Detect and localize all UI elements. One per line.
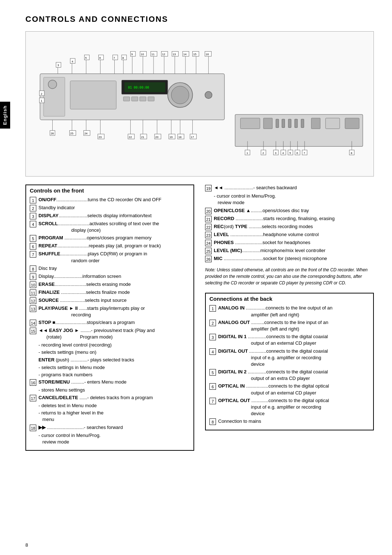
back-connections-title: Connections at the back [209,296,369,302]
svg-text:18: 18 [178,135,181,139]
list-item: 4 SCROLL........................activate… [30,220,190,234]
list-item: 14 STOP ■........................stops/c… [30,319,190,326]
item-number: 8 [30,266,36,272]
item-number: 4 [30,221,36,227]
list-item-indent: - cursor control in Menu/Prog. review mo… [38,432,190,445]
svg-text:21: 21 [141,135,144,139]
item-description: OPEN/CLOSE ▲.........opens/closes disc t… [214,207,374,214]
list-item: 18 ▶▶ ............................- sear… [30,424,190,431]
item-description: PHONES .....................socket for h… [214,239,374,246]
svg-text:3: 3 [275,151,276,155]
page-number: 8 [25,542,28,548]
svg-text:10: 10 [141,53,144,56]
svg-rect-9 [140,97,146,101]
item-number: 6 [30,243,36,250]
note-text: Note: Unless stated otherwise, all contr… [205,267,374,286]
svg-rect-91 [240,118,260,129]
item-description: Display......................information… [38,273,190,280]
item-number: 7 [30,251,36,258]
svg-text:7: 7 [114,56,115,60]
list-item: 8 Disc tray [30,265,190,272]
svg-rect-100 [345,118,359,129]
item-description: ENTER (push) .............- plays select… [38,357,190,363]
item-description: LEVEL (MIC)..............microphone/mix … [214,247,374,254]
item-description: DISPLAY......................selects dis… [38,212,190,219]
list-item: 6 REPEAT........................repeats … [30,243,190,250]
device-diagram: 01 00:00:00 [25,31,374,177]
svg-text:24: 24 [84,132,87,135]
item-description: ERASE........................selects era… [38,281,190,288]
list-item: 15 ◄◄ EASY JOG ► ........- previous/next… [30,327,190,340]
item-number: 20 [205,208,212,214]
svg-text:14: 14 [183,53,187,56]
item-description: STOP ■........................stops/clea… [38,319,190,326]
item-number: 7 [209,398,216,404]
item-description: RECORD .....................starts recor… [214,215,374,222]
svg-text:13: 13 [173,53,176,56]
svg-text:20: 20 [155,135,159,139]
item-number: 25 [205,248,212,254]
list-item-indent: - programs track numbers [38,372,190,378]
list-item: 1 ANALOG IN ...............connects to t… [209,305,369,318]
list-item: 3 DISPLAY......................selects d… [30,212,190,219]
svg-text:4: 4 [72,60,73,63]
item-description: FINALIZE ...................selects fina… [38,289,190,296]
svg-text:17: 17 [191,135,194,139]
item-description: ANALOG IN ...............connects to the… [218,305,369,318]
svg-rect-95 [288,119,291,127]
svg-text:16: 16 [206,53,209,56]
item-description: MIC ..............................socket… [214,255,374,262]
item-description: ◄◄ ......................- searches back… [214,185,374,191]
item-number: 6 [209,383,216,390]
svg-text:6: 6 [99,56,101,60]
item-description: STORE/MENU ..........- enters Menu mode [38,379,190,385]
list-item: 1 ON/OFF........................turns th… [30,197,190,203]
item-number: 5 [30,235,36,242]
svg-text:25: 25 [70,132,73,135]
svg-text:3: 3 [57,64,59,67]
list-item: 10 ERASE........................selects … [30,281,190,288]
list-item: 19 ◄◄ ......................- searches b… [205,185,374,191]
svg-text:15: 15 [193,53,196,56]
svg-text:1: 1 [246,151,248,155]
list-item-indent: - selects settings in Menu mode [38,364,190,371]
item-description: ▶▶ ............................- searche… [38,424,190,431]
item-number: 2 [30,205,36,211]
item-number: 11 [30,289,36,296]
page-title: CONTROLS AND CONNECTIONS [25,15,374,24]
list-item: 13 PLAY/PAUSE ► II ......starts play/int… [30,305,190,318]
list-item: 11 FINALIZE ...................selects f… [30,289,190,296]
item-description: DIGITAL IN 1 ..............connects to t… [218,333,369,347]
item-number: 19 [205,185,212,191]
list-item: 6 OPTICAL IN .................connects t… [209,383,369,396]
item-description: OPTICAL OUT .............connects to the… [218,397,369,417]
item-number: 21 [205,216,212,222]
list-item: 2 Standby indicator [30,204,190,211]
front-controls-section: Controls on the front 1 ON/OFF..........… [25,185,194,451]
svg-text:01 00:00:00: 01 00:00:00 [128,86,149,89]
device-svg: 01 00:00:00 [29,37,370,171]
svg-rect-10 [148,97,154,101]
list-item: 24 PHONES .....................socket fo… [205,239,374,246]
svg-text:22: 22 [129,135,132,139]
item-description: OPTICAL IN .................connects to … [218,383,369,396]
item-description: ◄◄ EASY JOG ► ........- previous/next tr… [38,327,190,340]
item-number: 1 [209,305,216,312]
item-description: PLAY/PAUSE ► II ......starts play/interr… [38,305,190,318]
item-description: ON/OFF........................turns the … [38,197,190,203]
list-item: 16 STORE/MENU ..........- enters Menu mo… [30,379,190,386]
svg-text:2: 2 [262,151,264,155]
item-description: Connection to mains [218,418,369,425]
list-item: 22 REC(ord) TYPE ..........selects recor… [205,223,374,230]
item-number: 4 [209,348,216,355]
item-description: Standby indicator [38,204,190,211]
item-number: 23 [205,232,212,238]
svg-text:5: 5 [85,56,87,60]
list-item: 9 Display......................informati… [30,273,190,280]
svg-rect-96 [295,119,298,127]
svg-text:4: 4 [282,151,284,155]
list-item: 20 OPEN/CLOSE ▲.........opens/closes dis… [205,207,374,214]
language-tab: English [0,102,10,129]
list-item: 8 Connection to mains [209,418,369,425]
list-item: 5 PROGRAM .................opens/closes … [30,235,190,242]
